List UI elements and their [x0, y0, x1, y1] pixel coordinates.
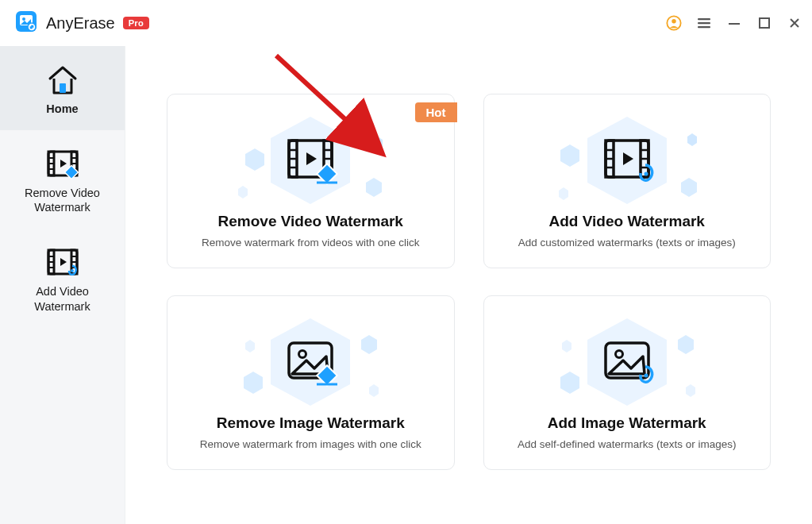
- svg-point-2: [22, 17, 25, 21]
- svg-marker-65: [244, 372, 263, 394]
- svg-marker-66: [361, 335, 377, 354]
- card-add-image-watermark[interactable]: Add Image Watermark Add self-defined wat…: [483, 295, 772, 470]
- card-title: Remove Video Watermark: [218, 213, 403, 230]
- svg-rect-7: [698, 22, 710, 24]
- card-title: Add Image Watermark: [548, 414, 706, 432]
- app-logo-icon: [14, 10, 38, 37]
- svg-marker-35: [366, 178, 382, 197]
- card-remove-video-watermark[interactable]: Hot: [167, 94, 455, 268]
- svg-marker-52: [559, 187, 568, 200]
- svg-point-80: [644, 373, 648, 377]
- user-account-icon[interactable]: [666, 15, 682, 31]
- sidebar: Home Remove Video Watermark: [0, 46, 125, 524]
- sidebar-item-label: Home: [46, 102, 78, 116]
- card-title: Remove Image Watermark: [217, 414, 405, 432]
- card-subtitle: Remove watermark from videos with one cl…: [202, 237, 420, 249]
- add-video-watermark-icon: [45, 246, 80, 279]
- minimize-icon[interactable]: [726, 15, 742, 31]
- svg-rect-6: [698, 18, 710, 20]
- card-illustration: [183, 314, 438, 410]
- sidebar-item-home[interactable]: Home: [0, 46, 125, 130]
- card-remove-image-watermark[interactable]: Remove Image Watermark Remove watermark …: [167, 295, 455, 470]
- svg-marker-73: [587, 318, 667, 406]
- card-illustration: [500, 314, 755, 410]
- svg-marker-53: [687, 133, 697, 146]
- sidebar-item-label: Remove Video Watermark: [8, 186, 117, 214]
- card-subtitle: Add self-defined watermarks (texts or im…: [518, 438, 736, 450]
- svg-rect-11: [60, 83, 66, 93]
- pro-badge: Pro: [123, 17, 149, 29]
- card-subtitle: Remove watermark from images with one cl…: [200, 438, 421, 450]
- svg-point-63: [644, 171, 648, 175]
- sidebar-item-add-video-watermark[interactable]: Add Video Watermark: [0, 229, 125, 327]
- maximize-icon[interactable]: [756, 15, 772, 31]
- svg-marker-74: [560, 372, 579, 394]
- svg-marker-67: [245, 340, 255, 353]
- remove-video-watermark-icon: [45, 148, 80, 181]
- svg-marker-76: [562, 340, 571, 353]
- close-icon[interactable]: [787, 15, 802, 31]
- sidebar-item-remove-video-watermark[interactable]: Remove Video Watermark: [0, 130, 125, 229]
- svg-rect-10: [760, 18, 769, 28]
- svg-marker-75: [678, 335, 694, 354]
- main-content: Hot: [125, 46, 812, 524]
- card-illustration: [183, 113, 438, 208]
- svg-marker-36: [238, 186, 248, 198]
- svg-marker-34: [245, 148, 264, 171]
- svg-point-5: [672, 19, 675, 23]
- svg-marker-64: [271, 318, 350, 406]
- svg-rect-9: [729, 23, 740, 25]
- svg-point-31: [71, 269, 74, 272]
- card-title: Add Video Watermark: [549, 213, 705, 230]
- sidebar-item-label: Add Video Watermark: [8, 284, 117, 313]
- svg-marker-77: [686, 384, 695, 397]
- svg-marker-50: [560, 144, 579, 167]
- titlebar: AnyErase Pro: [0, 0, 812, 46]
- svg-marker-68: [369, 384, 379, 397]
- menu-icon[interactable]: [696, 15, 712, 31]
- card-illustration: [500, 113, 755, 208]
- card-add-video-watermark[interactable]: Add Video Watermark Add customized water…: [483, 94, 772, 268]
- app-name: AnyErase: [46, 14, 115, 33]
- card-subtitle: Add customized watermarks (texts or imag…: [518, 237, 736, 249]
- home-icon: [46, 64, 79, 97]
- svg-marker-37: [373, 137, 383, 149]
- svg-marker-51: [681, 178, 697, 197]
- svg-rect-8: [698, 26, 710, 28]
